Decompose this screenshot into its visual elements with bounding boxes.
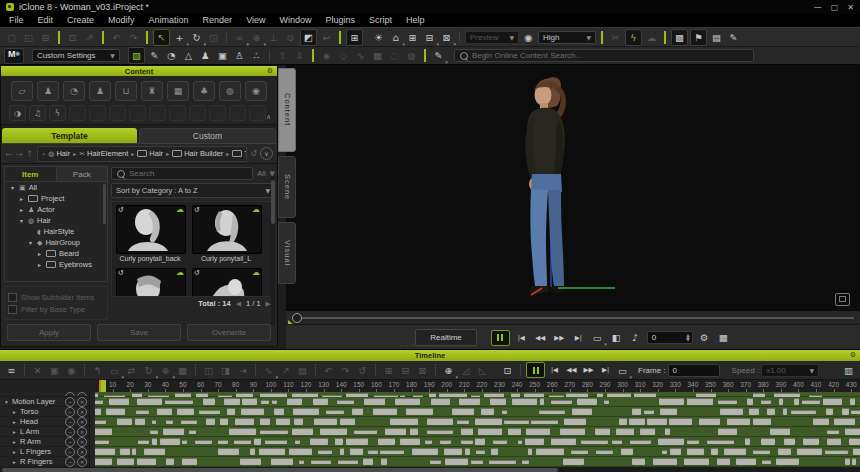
- remove-track-button[interactable]: ✕: [77, 427, 87, 437]
- nav-forward-icon[interactable]: →: [16, 149, 24, 159]
- keyframe-block[interactable]: [459, 398, 480, 405]
- zoom-track-out-button[interactable]: −: [65, 397, 75, 407]
- keyframe-block[interactable]: [647, 418, 666, 425]
- undo-icon[interactable]: ↶: [109, 30, 124, 45]
- tab-custom[interactable]: Custom: [139, 128, 276, 143]
- preview-dropdown[interactable]: Preview▼: [465, 31, 519, 44]
- keyframe-block[interactable]: [260, 418, 269, 425]
- track-toggle-icon[interactable]: ▾: [3, 399, 10, 405]
- avatar-category-icon[interactable]: ♟: [89, 81, 111, 101]
- keyframe-block[interactable]: [745, 438, 751, 445]
- timeline-horizontal-scrollbar[interactable]: [0, 467, 860, 472]
- keyframe-block[interactable]: [687, 440, 699, 444]
- move-tool-icon[interactable]: +▾: [172, 30, 187, 45]
- keyframe-block[interactable]: [522, 460, 529, 464]
- breadcrumb-item[interactable]: ✂HairElement: [79, 149, 128, 158]
- footsteps-icon[interactable]: ∴: [249, 48, 264, 63]
- last-frame-button[interactable]: ▶|: [571, 330, 586, 345]
- keyframe-block[interactable]: [596, 450, 613, 454]
- soft-cloth-icon[interactable]: ◌: [387, 48, 402, 63]
- curve-icon[interactable]: ↗: [278, 363, 293, 378]
- keyframe-block[interactable]: [571, 450, 588, 454]
- keyframe-block[interactable]: [540, 398, 544, 405]
- split-view-icon[interactable]: ⊞: [405, 30, 420, 45]
- menu-render[interactable]: Render: [196, 14, 240, 27]
- loop-playback-button[interactable]: ▭▾: [590, 330, 605, 345]
- track-row-r-fingers[interactable]: ▸R Fingers−✕: [0, 457, 89, 467]
- timeline-last-frame-button[interactable]: ▶|: [598, 363, 613, 378]
- checkbox-filter-by-base-type[interactable]: Filter by Base Type: [8, 303, 104, 315]
- keyframe-block[interactable]: [457, 420, 469, 424]
- keyframe-block[interactable]: [528, 448, 533, 455]
- keyframe-block[interactable]: [813, 418, 829, 425]
- tree-item-project[interactable]: ▸Project: [5, 193, 107, 204]
- track-toggle-icon[interactable]: ▸: [11, 459, 18, 465]
- timeline-loop-button[interactable]: ▭▾: [615, 363, 630, 378]
- scene-category-icon[interactable]: ▦: [167, 81, 189, 101]
- speed-dropdown[interactable]: x1.00▼: [761, 364, 819, 377]
- cloud-download-icon[interactable]: ☁: [252, 268, 260, 277]
- menu-create[interactable]: Create: [60, 14, 101, 27]
- keyframe-block[interactable]: [152, 420, 156, 424]
- zoom-out-icon[interactable]: ⊟: [398, 363, 413, 378]
- online-content-search-input[interactable]: [472, 51, 748, 60]
- pause-button[interactable]: [491, 330, 510, 346]
- keyframe-block[interactable]: [166, 458, 174, 465]
- side-tab-scene[interactable]: Scene: [278, 156, 296, 218]
- light-subcategory-icon[interactable]: ϟ: [49, 105, 66, 121]
- scrub-knob[interactable]: [292, 313, 302, 323]
- thumbnail-image[interactable]: ↺☁: [192, 205, 262, 254]
- keyframe-block[interactable]: [687, 448, 703, 455]
- keyframe-block[interactable]: [525, 438, 544, 445]
- keyframe-block[interactable]: [95, 440, 109, 444]
- keyframe-block[interactable]: [314, 418, 337, 425]
- keyframe-block[interactable]: [265, 440, 287, 444]
- keyframe-block[interactable]: [724, 448, 747, 455]
- remove-track-button[interactable]: ✕: [77, 457, 87, 467]
- keyframe-block[interactable]: [445, 458, 468, 465]
- prop-category-icon[interactable]: ⊔: [115, 81, 137, 101]
- keyframe-block[interactable]: [852, 458, 856, 465]
- keyframe-block[interactable]: [718, 400, 737, 404]
- breadcrumb-item[interactable]: Hair: [137, 149, 163, 158]
- side-tab-content[interactable]: Content: [278, 68, 296, 152]
- rotate-preview-icon[interactable]: ↺: [194, 206, 200, 214]
- keyframe-block[interactable]: [406, 408, 432, 415]
- thumbnail-image[interactable]: ↺☁: [116, 268, 186, 297]
- keyframe-block[interactable]: [658, 438, 684, 445]
- keyframe-block[interactable]: [117, 418, 132, 425]
- overwrite-button[interactable]: Overwrite: [187, 324, 271, 341]
- tree-item-hairgroup[interactable]: ▾◆HairGroup: [5, 237, 107, 248]
- keyframe-block[interactable]: [791, 410, 816, 414]
- keyframe-track[interactable]: [95, 407, 860, 417]
- zoom-track-out-button[interactable]: −: [65, 427, 75, 437]
- keyframe-block[interactable]: [444, 448, 462, 455]
- keyframe-block[interactable]: [218, 448, 239, 455]
- keyframe-block[interactable]: [189, 430, 197, 434]
- tree-item-beard[interactable]: ▸Beard: [5, 248, 107, 259]
- tree-scrollbar[interactable]: [103, 184, 106, 224]
- remove-track-button[interactable]: ✕: [77, 447, 87, 457]
- keyframe-block[interactable]: [378, 438, 395, 445]
- keyframe-block[interactable]: [354, 430, 377, 434]
- keyframe-block[interactable]: [157, 408, 172, 415]
- timeline-ruler[interactable]: 1020304050607080901001101201301401501601…: [95, 380, 860, 392]
- keyframe-block[interactable]: [718, 428, 736, 435]
- menu-animation[interactable]: Animation: [142, 14, 196, 27]
- keyframe-block[interactable]: [850, 398, 855, 405]
- align-actor-icon[interactable]: ⊥: [266, 30, 281, 45]
- hair-subcategory-icon[interactable]: ◑: [9, 105, 26, 121]
- track-toggle-icon[interactable]: ▸: [11, 429, 18, 435]
- keyframe-block[interactable]: [717, 458, 730, 465]
- set-category-icon[interactable]: ▱: [11, 81, 33, 101]
- keyframe-block[interactable]: [182, 440, 187, 444]
- keyframe-block[interactable]: [137, 398, 162, 405]
- speed-clip-icon[interactable]: ⊕▾: [158, 363, 173, 378]
- keyframe-block[interactable]: [95, 428, 112, 435]
- edit-pose-icon[interactable]: ♟: [198, 48, 213, 63]
- keyframe-block[interactable]: [203, 398, 215, 405]
- track-toggle-icon[interactable]: ▸: [11, 439, 18, 445]
- clipboard-icon[interactable]: ▤: [709, 30, 724, 45]
- keyframe-block[interactable]: [632, 458, 645, 465]
- keyframe-block[interactable]: [475, 438, 484, 445]
